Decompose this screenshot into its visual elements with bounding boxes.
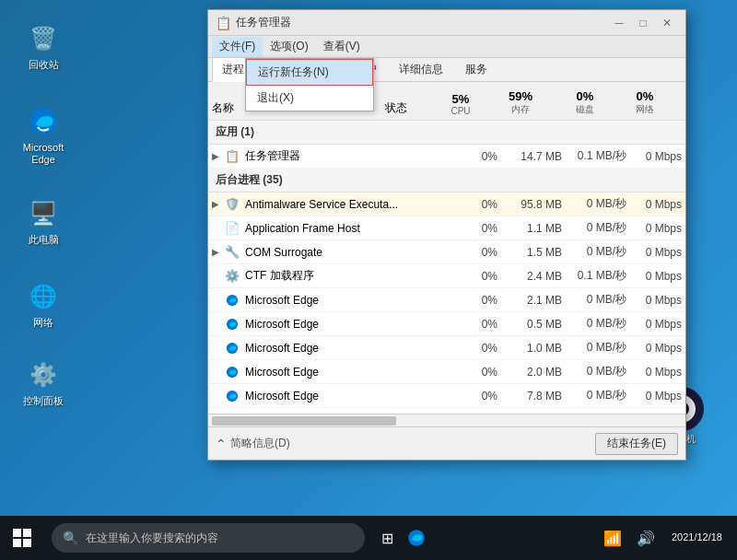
task-view-button[interactable]: ⊞: [372, 523, 402, 553]
thispc-icon: 🖥️: [27, 197, 60, 230]
row-mem: 2.4 MB: [497, 270, 562, 283]
menu-new-task[interactable]: 运行新任务(N): [246, 59, 373, 86]
desktop: 🗑️ 回收站 MicrosoftEdge 🖥️ 此电脑 🌐 网络 ⚙️ 控制面板…: [0, 0, 737, 516]
appframe-icon: 📄: [225, 221, 240, 236]
table-row[interactable]: Microsoft Edge 0% 0.5 MB 0 MB/秒 0 Mbps: [208, 312, 685, 336]
tab-details[interactable]: 详细信息: [389, 57, 453, 81]
row-mem: 2.0 MB: [497, 366, 562, 379]
info-chevron-icon: ⌃: [216, 437, 227, 451]
minimize-button[interactable]: ─: [608, 14, 630, 32]
col-disk-header[interactable]: 0% 磁盘: [553, 89, 617, 116]
taskbar-search-bar[interactable]: 🔍 在这里输入你要搜索的内容: [52, 523, 365, 553]
table-row[interactable]: ⚙️ CTF 加载程序 0% 2.4 MB 0.1 MB/秒 0 Mbps: [208, 264, 685, 288]
brief-info-button[interactable]: ⌃ 简略信息(D): [216, 436, 290, 451]
table-row[interactable]: 📄 Application Frame Host 0% 1.1 MB 0 MB/…: [208, 216, 685, 240]
edge-icon: [225, 389, 240, 403]
table-row[interactable]: ▶ 🛡️ Antimalware Service Executa... 0% 9…: [208, 192, 685, 216]
row-name: Antimalware Service Executa...: [245, 198, 442, 211]
col-mem-header[interactable]: 59% 内存: [488, 89, 553, 116]
row-mem: 7.8 MB: [497, 390, 562, 402]
expand-icon[interactable]: ▶: [212, 199, 225, 209]
row-net: 0 Mbps: [626, 246, 682, 259]
win-tile-2: [23, 529, 31, 537]
brief-info-label: 简略信息(D): [230, 436, 290, 451]
search-icon: 🔍: [63, 531, 78, 545]
menu-options[interactable]: 选项(O): [263, 37, 315, 57]
taskmanager-title-icon: 📋: [216, 16, 230, 30]
mem-label: 内存: [488, 103, 553, 116]
row-disk: 0 MB/秒: [562, 388, 626, 403]
scrollbar-thumb[interactable]: [212, 416, 396, 426]
table-row[interactable]: ▶ 📋 任务管理器 0% 14.7 MB 0.1 MB/秒 0 Mbps: [208, 145, 685, 169]
thispc-label: 此电脑: [29, 234, 59, 246]
edge-desktop-icon: [27, 105, 60, 138]
row-disk: 0 MB/秒: [562, 292, 626, 308]
desktop-icon-controlpanel[interactable]: ⚙️ 控制面板: [14, 355, 73, 411]
row-cpu: 0%: [442, 222, 497, 235]
end-task-button[interactable]: 结束任务(E): [595, 433, 678, 455]
expand-icon[interactable]: ▶: [212, 247, 225, 257]
row-disk: 0 MB/秒: [562, 244, 626, 260]
row-mem: 0.5 MB: [497, 318, 562, 331]
horizontal-scrollbar[interactable]: [208, 414, 685, 426]
row-cpu: 0%: [442, 390, 497, 402]
row-cpu: 0%: [442, 246, 497, 259]
row-net: 0 Mbps: [626, 198, 682, 211]
datetime-display[interactable]: 2021/12/18: [664, 531, 730, 544]
section-bgprocesses: 后台进程 (35): [208, 169, 685, 192]
edge-taskbar-button[interactable]: [402, 523, 431, 553]
edge-icon: [225, 317, 240, 332]
maximize-button[interactable]: □: [632, 14, 654, 32]
window-titlebar: 📋 任务管理器 ─ □ ✕: [208, 10, 685, 36]
date-display: 2021/12/18: [672, 531, 722, 544]
task-list[interactable]: 应用 (1) ▶ 📋 任务管理器 0% 14.7 MB 0.1 MB/秒 0 M…: [208, 121, 685, 414]
row-cpu: 0%: [442, 366, 497, 379]
menu-file[interactable]: 文件(F): [212, 37, 263, 57]
row-net: 0 Mbps: [626, 342, 682, 355]
row-name: Microsoft Edge: [245, 390, 442, 402]
edge-desktop-label: MicrosoftEdge: [23, 142, 64, 166]
taskmanager-window: 📋 任务管理器 ─ □ ✕ 文件(F) 选项(O) 查看(V) 运行新任务(N)…: [207, 9, 686, 461]
row-name: Microsoft Edge: [245, 294, 442, 307]
desktop-icon-network[interactable]: 🌐 网络: [14, 276, 73, 332]
table-row[interactable]: Microsoft Edge 0% 2.0 MB 0 MB/秒 0 Mbps: [208, 360, 685, 384]
row-cpu: 0%: [442, 294, 497, 307]
row-app-icon: 📋: [225, 149, 240, 164]
desktop-icon-recycle[interactable]: 🗑️ 回收站: [14, 18, 73, 75]
search-placeholder: 在这里输入你要搜索的内容: [86, 531, 218, 546]
table-row[interactable]: Microsoft Edge 0% 7.8 MB 0 MB/秒 0 Mbps: [208, 384, 685, 408]
col-net-header[interactable]: 0% 网络: [617, 89, 673, 116]
col-cpu-header[interactable]: 5% CPU: [433, 92, 488, 116]
table-row[interactable]: Microsoft Edge 0% 2.1 MB 0 MB/秒 0 Mbps: [208, 288, 685, 312]
row-disk: 0 MB/秒: [562, 220, 626, 236]
volume-tray-icon[interactable]: 🔊: [631, 523, 661, 553]
menu-exit[interactable]: 退出(X): [246, 86, 373, 111]
taskbar: 🔍 在这里输入你要搜索的内容 ⊞ 📶 🔊 2021/12/18: [0, 516, 737, 560]
comsurrogate-icon: 🔧: [225, 245, 240, 260]
edge-icon: [225, 293, 240, 308]
recycle-icon: 🗑️: [27, 22, 60, 55]
row-net: 0 Mbps: [626, 318, 682, 331]
network-label: 网络: [33, 317, 53, 329]
network-icon: 🌐: [27, 280, 60, 313]
close-button[interactable]: ✕: [656, 14, 678, 32]
menu-view[interactable]: 查看(V): [316, 37, 368, 57]
desktop-icon-thispc[interactable]: 🖥️ 此电脑: [14, 193, 73, 250]
table-row[interactable]: ▶ 🔧 COM Surrogate 0% 1.5 MB 0 MB/秒 0 Mbp…: [208, 240, 685, 264]
row-name: Microsoft Edge: [245, 318, 442, 331]
table-row[interactable]: Microsoft Edge 0% 1.0 MB 0 MB/秒 0 Mbps: [208, 336, 685, 360]
row-name: Microsoft Edge: [245, 366, 442, 379]
tab-services[interactable]: 服务: [455, 57, 497, 81]
row-disk: 0 MB/秒: [562, 340, 626, 356]
row-mem: 14.7 MB: [497, 150, 562, 163]
row-disk: 0 MB/秒: [562, 316, 626, 332]
network-tray-icon[interactable]: 📶: [598, 523, 627, 553]
desktop-icon-edge[interactable]: MicrosoftEdge: [14, 101, 73, 169]
win-tile-4: [23, 539, 31, 547]
row-net: 0 Mbps: [626, 270, 682, 283]
disk-pct: 0%: [553, 89, 617, 103]
row-mem: 1.5 MB: [497, 246, 562, 259]
expand-icon[interactable]: ▶: [212, 151, 225, 161]
start-button[interactable]: [0, 516, 44, 560]
row-cpu: 0%: [442, 150, 497, 163]
